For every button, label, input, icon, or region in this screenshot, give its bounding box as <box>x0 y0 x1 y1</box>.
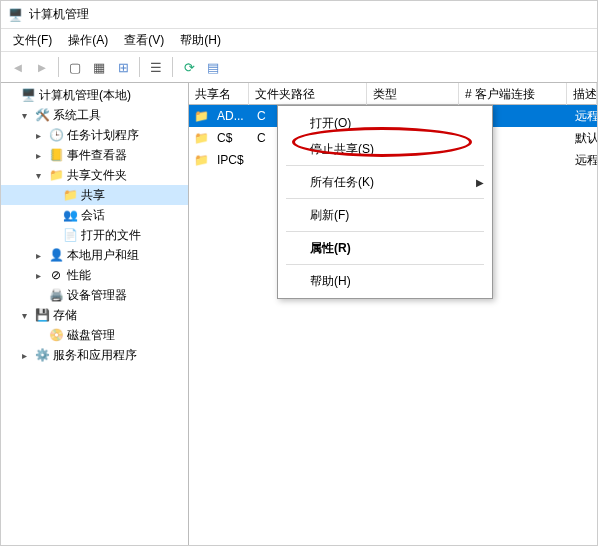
twisty-collapsed-icon[interactable]: ▸ <box>17 348 31 362</box>
cell-share-name: IPC$ <box>211 153 251 167</box>
ctx-all-tasks[interactable]: 所有任务(K) ▶ <box>280 169 490 195</box>
tree-label: 共享文件夹 <box>67 167 127 184</box>
col-connections[interactable]: # 客户端连接 <box>459 83 567 105</box>
props-button[interactable]: ⊞ <box>112 56 134 78</box>
ctx-properties[interactable]: 属性(R) <box>280 235 490 261</box>
tree-node-open-files[interactable]: ▶ 📄 打开的文件 <box>1 225 188 245</box>
twisty-expanded-icon[interactable]: ▾ <box>17 308 31 322</box>
tree-node-shares[interactable]: ▶ 📁 共享 <box>1 185 188 205</box>
cell-description: 远程 IPC <box>569 152 597 169</box>
list-pane: 共享名 文件夹路径 类型 # 客户端连接 描述 📁 AD... C s 0 远程… <box>189 83 597 546</box>
tree-node-storage[interactable]: ▾ 💾 存储 <box>1 305 188 325</box>
tree-node-task-scheduler[interactable]: ▸ 🕒 任务计划程序 <box>1 125 188 145</box>
menu-help[interactable]: 帮助(H) <box>172 30 229 51</box>
tree-node-services[interactable]: ▸ ⚙️ 服务和应用程序 <box>1 345 188 365</box>
ctx-stop-share[interactable]: 停止共享(S) <box>280 136 490 162</box>
ctx-label: 所有任务(K) <box>310 174 374 191</box>
ctx-separator <box>286 165 484 166</box>
share-icon: 📁 <box>193 152 209 168</box>
export-button[interactable]: ☰ <box>145 56 167 78</box>
tree-label: 系统工具 <box>53 107 101 124</box>
tree-label: 服务和应用程序 <box>53 347 137 364</box>
back-button[interactable]: ◄ <box>7 56 29 78</box>
cell-description: 远程管 <box>569 108 597 125</box>
tree-node-perf[interactable]: ▸ ⊘ 性能 <box>1 265 188 285</box>
menu-view[interactable]: 查看(V) <box>116 30 172 51</box>
twisty-expanded-icon[interactable]: ▾ <box>31 168 45 182</box>
tree-node-shared-folders[interactable]: ▾ 📁 共享文件夹 <box>1 165 188 185</box>
twisty-collapsed-icon[interactable]: ▸ <box>31 148 45 162</box>
tree-node-devmgr[interactable]: ▶ 🖨️ 设备管理器 <box>1 285 188 305</box>
twisty-collapsed-icon[interactable]: ▸ <box>31 268 45 282</box>
tree-label: 共享 <box>81 187 105 204</box>
ctx-refresh[interactable]: 刷新(F) <box>280 202 490 228</box>
up-button[interactable]: ▢ <box>64 56 86 78</box>
tree-label: 磁盘管理 <box>67 327 115 344</box>
tree-node-diskmgr[interactable]: ▶ 📀 磁盘管理 <box>1 325 188 345</box>
tree-label: 打开的文件 <box>81 227 141 244</box>
col-share-name[interactable]: 共享名 <box>189 83 249 105</box>
forward-button[interactable]: ► <box>31 56 53 78</box>
twisty-collapsed-icon[interactable]: ▸ <box>31 128 45 142</box>
toolbar-separator <box>139 57 140 77</box>
diskmgr-icon: 📀 <box>48 327 64 343</box>
twisty-icon: ▶ <box>45 208 59 222</box>
ctx-separator <box>286 198 484 199</box>
tree-node-sessions[interactable]: ▶ 👥 会话 <box>1 205 188 225</box>
twisty-collapsed-icon[interactable]: ▸ <box>31 248 45 262</box>
toolbar-separator <box>172 57 173 77</box>
ctx-open[interactable]: 打开(O) <box>280 110 490 136</box>
show-hide-button[interactable]: ▦ <box>88 56 110 78</box>
tree-label: 性能 <box>67 267 91 284</box>
ctx-separator <box>286 264 484 265</box>
perf-icon: ⊘ <box>48 267 64 283</box>
share-icon: 📁 <box>193 108 209 124</box>
tree-node-system-tools[interactable]: ▾ 🛠️ 系统工具 <box>1 105 188 125</box>
computer-icon: 🖥️ <box>20 87 36 103</box>
menu-file[interactable]: 文件(F) <box>5 30 60 51</box>
toolbar-separator <box>58 57 59 77</box>
tree-node-root[interactable]: ▶ 🖥️ 计算机管理(本地) <box>1 85 188 105</box>
shared-folder-icon: 📁 <box>48 167 64 183</box>
ctx-help[interactable]: 帮助(H) <box>280 268 490 294</box>
twisty-icon: ▶ <box>31 328 45 342</box>
twisty-icon: ▶ <box>45 228 59 242</box>
tree-label: 本地用户和组 <box>67 247 139 264</box>
tree-label: 会话 <box>81 207 105 224</box>
tree: ▶ 🖥️ 计算机管理(本地) ▾ 🛠️ 系统工具 ▸ 🕒 任务计划程序 ▸ 📒 … <box>1 85 188 365</box>
tree-node-local-users[interactable]: ▸ 👤 本地用户和组 <box>1 245 188 265</box>
clock-icon: 🕒 <box>48 127 64 143</box>
tree-label: 任务计划程序 <box>67 127 139 144</box>
ctx-separator <box>286 231 484 232</box>
menubar: 文件(F) 操作(A) 查看(V) 帮助(H) <box>1 29 597 51</box>
wrench-icon: 🛠️ <box>34 107 50 123</box>
window-title: 计算机管理 <box>29 6 89 23</box>
tree-node-event-viewer[interactable]: ▸ 📒 事件查看器 <box>1 145 188 165</box>
storage-icon: 💾 <box>34 307 50 323</box>
devmgr-icon: 🖨️ <box>48 287 64 303</box>
col-description[interactable]: 描述 <box>567 83 597 105</box>
tree-label: 计算机管理(本地) <box>39 87 131 104</box>
twisty-icon: ▶ <box>31 288 45 302</box>
refresh-button[interactable]: ⟳ <box>178 56 200 78</box>
tree-label: 存储 <box>53 307 77 324</box>
col-type[interactable]: 类型 <box>367 83 459 105</box>
titlebar: 🖥️ 计算机管理 <box>1 1 597 29</box>
twisty-expanded-icon[interactable]: ▾ <box>17 108 31 122</box>
share-icon: 📁 <box>193 130 209 146</box>
cell-share-name: C$ <box>211 131 251 145</box>
toolbar: ◄ ► ▢ ▦ ⊞ ☰ ⟳ ▤ <box>1 51 597 83</box>
menu-action[interactable]: 操作(A) <box>60 30 116 51</box>
list-header: 共享名 文件夹路径 类型 # 客户端连接 描述 <box>189 83 597 105</box>
users-icon: 👤 <box>48 247 64 263</box>
main-split: ▶ 🖥️ 计算机管理(本地) ▾ 🛠️ 系统工具 ▸ 🕒 任务计划程序 ▸ 📒 … <box>1 83 597 546</box>
context-menu: 打开(O) 停止共享(S) 所有任务(K) ▶ 刷新(F) 属性(R) 帮助(H… <box>277 105 493 299</box>
icon-button[interactable]: ▤ <box>202 56 224 78</box>
app-icon: 🖥️ <box>7 7 23 23</box>
services-icon: ⚙️ <box>34 347 50 363</box>
cell-share-name: AD... <box>211 109 251 123</box>
tree-label: 设备管理器 <box>67 287 127 304</box>
twisty-icon: ▶ <box>3 88 17 102</box>
col-folder-path[interactable]: 文件夹路径 <box>249 83 367 105</box>
open-files-icon: 📄 <box>62 227 78 243</box>
